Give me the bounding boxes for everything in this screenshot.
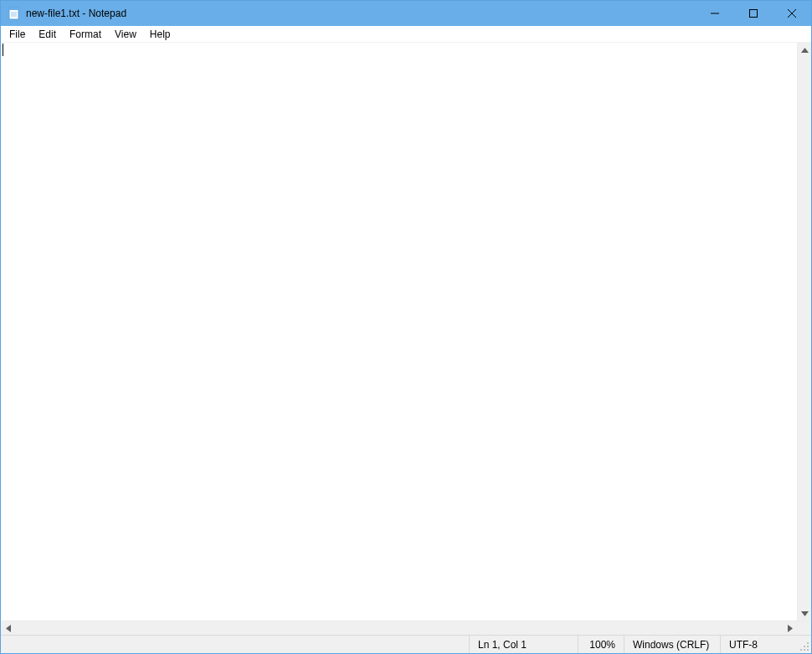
menu-view[interactable]: View	[108, 27, 143, 42]
svg-point-16	[800, 649, 802, 651]
horizontal-scroll-track[interactable]	[15, 621, 783, 635]
minimize-button[interactable]	[696, 1, 734, 26]
window-title: new-file1.txt - Notepad	[26, 8, 696, 19]
editor-region	[1, 43, 811, 621]
horizontal-scrollbar[interactable]	[1, 621, 797, 635]
menu-edit[interactable]: Edit	[32, 27, 63, 42]
maximize-button[interactable]	[734, 1, 773, 26]
menu-format[interactable]: Format	[63, 27, 108, 42]
svg-point-13	[807, 642, 809, 644]
svg-marker-9	[801, 48, 809, 53]
status-zoom: 100%	[578, 636, 624, 653]
svg-point-17	[804, 649, 805, 651]
status-position: Ln 1, Col 1	[469, 636, 578, 653]
titlebar[interactable]: new-file1.txt - Notepad	[1, 1, 811, 26]
svg-rect-6	[750, 10, 758, 18]
statusbar: Ln 1, Col 1 100% Windows (CRLF) UTF-8	[1, 635, 811, 653]
close-button[interactable]	[773, 1, 811, 26]
text-cursor	[3, 44, 3, 56]
menubar: File Edit Format View Help	[1, 26, 811, 43]
status-line-ending: Windows (CRLF)	[624, 636, 720, 653]
resize-grip-icon[interactable]	[797, 636, 811, 653]
scroll-corner	[797, 621, 811, 635]
scroll-right-icon[interactable]	[783, 621, 797, 635]
status-encoding: UTF-8	[720, 636, 797, 653]
svg-marker-12	[788, 625, 793, 632]
svg-point-15	[807, 646, 809, 647]
scroll-down-icon[interactable]	[798, 606, 811, 621]
svg-point-18	[807, 649, 809, 651]
horizontal-scroll-row	[1, 621, 811, 635]
notepad-icon	[8, 7, 21, 20]
svg-marker-10	[801, 611, 809, 616]
svg-point-14	[804, 646, 805, 647]
text-editor[interactable]	[1, 43, 797, 621]
status-spacer	[1, 636, 469, 653]
menu-file[interactable]: File	[3, 27, 32, 42]
window-controls	[696, 1, 811, 26]
vertical-scroll-track[interactable]	[798, 57, 811, 606]
scroll-left-icon[interactable]	[1, 621, 15, 635]
scroll-up-icon[interactable]	[798, 43, 811, 57]
menu-help[interactable]: Help	[143, 27, 177, 42]
svg-marker-11	[6, 625, 11, 632]
svg-rect-1	[9, 8, 18, 10]
vertical-scrollbar[interactable]	[797, 43, 811, 621]
